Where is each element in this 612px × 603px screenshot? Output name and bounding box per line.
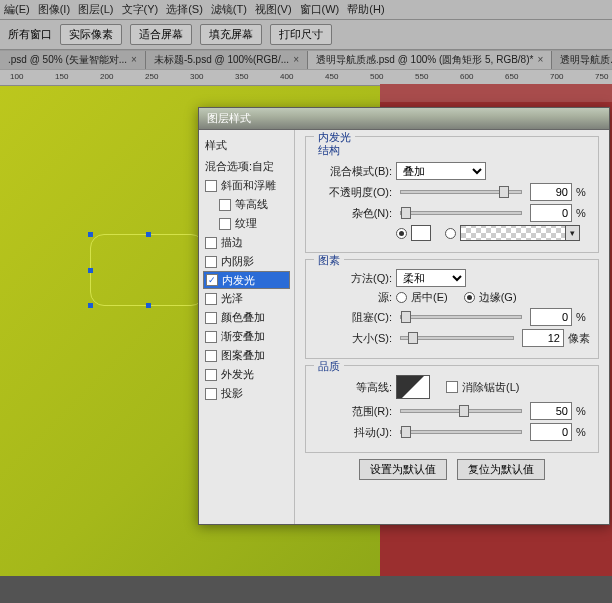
checkbox[interactable] [205,180,217,192]
antialias-checkbox[interactable] [446,381,458,393]
styles-header[interactable]: 样式 [203,136,290,157]
layer-style-dialog: 图层样式 样式 混合选项:自定 斜面和浮雕 等高线 纹理 描边 内阴影 ✓内发光… [198,107,610,525]
style-satin[interactable]: 光泽 [203,289,290,308]
actual-pixels-button[interactable]: 实际像素 [60,24,122,45]
opacity-input[interactable] [530,183,572,201]
checkbox[interactable] [205,293,217,305]
panel-title: 内发光 [314,130,355,145]
checkbox[interactable] [205,369,217,381]
menu-image[interactable]: 图像(I) [38,2,70,17]
unit-pct: % [576,186,590,198]
menu-view[interactable]: 视图(V) [255,2,292,17]
fit-screen-button[interactable]: 适合屏幕 [130,24,192,45]
menu-type[interactable]: 文字(Y) [122,2,159,17]
style-color-overlay[interactable]: 颜色叠加 [203,308,290,327]
close-icon[interactable]: × [293,54,299,65]
group-quality: 品质 等高线: 消除锯齿(L) 范围(R): % 抖动(J): [305,365,599,453]
document-tabs: .psd @ 50% (矢量智能对...× 未标题-5.psd @ 100%(R… [0,50,612,70]
style-outer-glow[interactable]: 外发光 [203,365,290,384]
noise-slider[interactable] [400,211,522,215]
menu-window[interactable]: 窗口(W) [300,2,340,17]
jitter-label: 抖动(J): [314,425,392,440]
choke-input[interactable] [530,308,572,326]
resize-handle[interactable] [88,268,93,273]
inner-glow-panel: 内发光 结构 混合模式(B): 叠加 不透明度(O): % 杂色(N): % [295,130,609,524]
contour-label: 等高线: [314,380,392,395]
color-radio[interactable] [396,228,407,239]
close-icon[interactable]: × [537,54,543,65]
gradient-radio[interactable] [445,228,456,239]
fill-screen-button[interactable]: 填充屏幕 [200,24,262,45]
source-edge-label: 边缘(G) [479,290,517,305]
resize-handle[interactable] [88,232,93,237]
make-default-button[interactable]: 设置为默认值 [359,459,447,480]
dialog-title: 图层样式 [207,111,251,126]
resize-handle[interactable] [88,303,93,308]
menu-select[interactable]: 选择(S) [166,2,203,17]
range-input[interactable] [530,402,572,420]
style-texture[interactable]: 纹理 [203,214,290,233]
opacity-label: 不透明度(O): [314,185,392,200]
size-input[interactable] [522,329,564,347]
doc-tab-2[interactable]: 未标题-5.psd @ 100%(RGB/...× [146,51,308,69]
checkbox[interactable] [205,331,217,343]
unit-pct: % [576,207,590,219]
style-stroke[interactable]: 描边 [203,233,290,252]
group-quality-label: 品质 [314,359,344,374]
choke-slider[interactable] [400,315,522,319]
unit-pct: % [576,311,590,323]
style-inner-glow[interactable]: ✓内发光 [203,271,290,289]
resize-handle[interactable] [146,303,151,308]
gradient-picker[interactable]: ▾ [460,225,580,241]
range-slider[interactable] [400,409,522,413]
contour-picker[interactable] [396,375,430,399]
size-slider[interactable] [400,336,514,340]
resize-handle[interactable] [146,232,151,237]
noise-input[interactable] [530,204,572,222]
menu-edit[interactable]: 編(E) [4,2,30,17]
menu-layer[interactable]: 图层(L) [78,2,113,17]
blend-mode-select[interactable]: 叠加 [396,162,486,180]
jitter-slider[interactable] [400,430,522,434]
style-bevel[interactable]: 斜面和浮雕 [203,176,290,195]
print-size-button[interactable]: 打印尺寸 [270,24,332,45]
doc-tab-4[interactable]: 透明导航质... [552,51,612,69]
doc-tab-1[interactable]: .psd @ 50% (矢量智能对...× [0,51,146,69]
style-contour[interactable]: 等高线 [203,195,290,214]
checkbox[interactable] [205,388,217,400]
menu-help[interactable]: 帮助(H) [347,2,384,17]
style-gradient-overlay[interactable]: 渐变叠加 [203,327,290,346]
blending-options-row[interactable]: 混合选项:自定 [203,157,290,176]
checkbox[interactable] [205,350,217,362]
checkbox[interactable] [205,237,217,249]
checkbox[interactable] [219,218,231,230]
close-icon[interactable]: × [131,54,137,65]
opacity-slider[interactable] [400,190,522,194]
dialog-titlebar[interactable]: 图层样式 [199,108,609,130]
checkbox[interactable] [219,199,231,211]
doc-tab-3[interactable]: 透明导航质感.psd @ 100% (圆角矩形 5, RGB/8)*× [308,51,552,69]
chevron-down-icon[interactable]: ▾ [565,226,579,240]
checkbox[interactable] [205,256,217,268]
selected-shape[interactable] [90,234,205,306]
style-inner-shadow[interactable]: 内阴影 [203,252,290,271]
style-drop-shadow[interactable]: 投影 [203,384,290,403]
group-structure: 内发光 结构 混合模式(B): 叠加 不透明度(O): % 杂色(N): % [305,136,599,253]
unit-pct: % [576,405,590,417]
source-edge-radio[interactable] [464,292,475,303]
jitter-input[interactable] [530,423,572,441]
unit-px: 像素 [568,331,590,346]
source-center-radio[interactable] [396,292,407,303]
menu-bar: 編(E) 图像(I) 图层(L) 文字(Y) 选择(S) 滤镜(T) 视图(V)… [0,0,612,20]
source-center-label: 居中(E) [411,290,448,305]
checkbox[interactable] [205,312,217,324]
method-select[interactable]: 柔和 [396,269,466,287]
style-pattern-overlay[interactable]: 图案叠加 [203,346,290,365]
menu-filter[interactable]: 滤镜(T) [211,2,247,17]
color-swatch[interactable] [411,225,431,241]
method-label: 方法(Q): [314,271,392,286]
checkbox[interactable]: ✓ [206,274,218,286]
reset-default-button[interactable]: 复位为默认值 [457,459,545,480]
group-elements-label: 图素 [314,253,344,268]
range-label: 范围(R): [314,404,392,419]
